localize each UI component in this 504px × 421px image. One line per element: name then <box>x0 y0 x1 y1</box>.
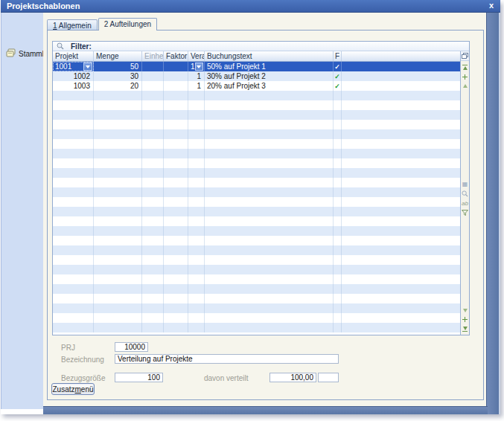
cell-fill[interactable] <box>342 294 460 303</box>
cell-projekt[interactable]: 1001 <box>53 62 94 71</box>
cell-einheit[interactable] <box>142 100 164 110</box>
table-row-empty[interactable] <box>53 303 460 313</box>
table-row-empty[interactable] <box>53 120 460 129</box>
cell-vera[interactable] <box>188 100 205 110</box>
cell-fill[interactable] <box>342 255 460 265</box>
cell-menge[interactable] <box>94 216 142 226</box>
cell-faktor[interactable] <box>164 303 188 313</box>
cell-fill[interactable] <box>342 158 460 168</box>
cell-menge[interactable] <box>94 100 142 110</box>
cell-vera[interactable]: 1 <box>188 71 205 81</box>
cell-fill[interactable] <box>342 149 460 158</box>
cell-buchungstext[interactable] <box>205 207 334 216</box>
cell-faktor[interactable] <box>164 71 188 81</box>
cell-projekt[interactable] <box>53 294 94 303</box>
cell-faktor[interactable] <box>164 226 188 236</box>
cell-einheit[interactable] <box>142 81 164 91</box>
cell-buchungstext[interactable] <box>205 255 334 265</box>
cell-vera[interactable] <box>188 207 205 216</box>
column-header-buchungstext[interactable]: Buchungstext <box>205 51 334 61</box>
cell-vera[interactable]: 1 <box>188 62 205 71</box>
cell-fill[interactable] <box>342 91 460 100</box>
cell-fill[interactable] <box>342 178 460 187</box>
cell-einheit[interactable] <box>142 129 164 139</box>
cell-faktor[interactable] <box>164 216 188 226</box>
cell-einheit[interactable] <box>142 110 164 120</box>
cell-faktor[interactable] <box>164 197 188 207</box>
table-row-empty[interactable] <box>53 110 460 120</box>
cell-projekt[interactable]: 1002 <box>53 71 94 81</box>
table-row-empty[interactable] <box>53 139 460 149</box>
table-row-empty[interactable] <box>53 207 460 216</box>
plus-icon[interactable] <box>462 74 468 80</box>
cell-vera[interactable] <box>188 187 205 197</box>
cell-projekt[interactable] <box>53 168 94 178</box>
cell-f[interactable] <box>334 284 342 294</box>
cell-faktor[interactable] <box>164 178 188 187</box>
cell-buchungstext[interactable] <box>205 245 334 255</box>
cell-f[interactable] <box>334 313 342 323</box>
cell-faktor[interactable] <box>164 313 188 323</box>
cell-vera[interactable] <box>188 303 205 313</box>
cell-projekt[interactable] <box>53 284 94 294</box>
table-row-empty[interactable] <box>53 149 460 158</box>
cell-faktor[interactable] <box>164 274 188 284</box>
dropdown-button[interactable] <box>83 62 92 71</box>
search-icon[interactable] <box>462 190 468 197</box>
cell-einheit[interactable] <box>142 313 164 323</box>
prj-field[interactable] <box>115 342 148 352</box>
cell-fill[interactable] <box>342 236 460 245</box>
cell-einheit[interactable] <box>142 187 164 197</box>
cell-einheit[interactable] <box>142 294 164 303</box>
cell-f[interactable] <box>334 139 342 149</box>
cell-f[interactable] <box>334 149 342 158</box>
cell-menge[interactable] <box>94 91 142 100</box>
cell-fill[interactable] <box>342 100 460 110</box>
cell-buchungstext[interactable] <box>205 274 334 284</box>
cell-fill[interactable] <box>342 303 460 313</box>
table-row-empty[interactable] <box>53 274 460 284</box>
table-row[interactable]: 100320120% auf Projekt 3✓ <box>53 81 460 91</box>
cell-faktor[interactable] <box>164 110 188 120</box>
cell-einheit[interactable] <box>142 158 164 168</box>
cell-buchungstext[interactable] <box>205 197 334 207</box>
column-header-vera[interactable]: Vera <box>188 51 205 61</box>
cell-f[interactable] <box>334 158 342 168</box>
cell-einheit[interactable] <box>142 120 164 129</box>
zusatzmenu-button[interactable]: Zusatzmenü <box>51 383 95 395</box>
cell-einheit[interactable] <box>142 265 164 274</box>
cell-fill[interactable] <box>342 313 460 323</box>
cell-fill[interactable] <box>342 71 460 81</box>
cell-menge[interactable] <box>94 245 142 255</box>
table-row-empty[interactable] <box>53 197 460 207</box>
table-row-empty[interactable] <box>53 187 460 197</box>
cell-buchungstext[interactable] <box>205 187 334 197</box>
cell-f[interactable] <box>334 120 342 129</box>
cell-projekt[interactable] <box>53 110 94 120</box>
cell-buchungstext[interactable] <box>205 323 334 332</box>
cell-einheit[interactable] <box>142 197 164 207</box>
cell-buchungstext[interactable]: 20% auf Projekt 3 <box>205 81 334 91</box>
cell-vera[interactable] <box>188 294 205 303</box>
cell-fill[interactable] <box>342 207 460 216</box>
cell-buchungstext[interactable] <box>205 110 334 120</box>
cell-fill[interactable] <box>342 81 460 91</box>
davon-verteilt-field[interactable] <box>269 373 316 382</box>
cell-f[interactable] <box>334 216 342 226</box>
cell-faktor[interactable] <box>164 265 188 274</box>
arrow-up-icon[interactable] <box>463 84 468 88</box>
cell-buchungstext[interactable] <box>205 139 334 149</box>
cell-projekt[interactable] <box>53 91 94 100</box>
cell-fill[interactable] <box>342 168 460 178</box>
cell-vera[interactable] <box>188 168 205 178</box>
cell-menge[interactable] <box>94 110 142 120</box>
cell-f[interactable] <box>334 323 342 332</box>
plus-icon[interactable] <box>462 317 468 322</box>
cell-vera[interactable] <box>188 197 205 207</box>
column-chooser-button[interactable] <box>461 51 469 61</box>
cell-fill[interactable] <box>342 274 460 284</box>
cell-menge[interactable] <box>94 178 142 187</box>
cell-faktor[interactable] <box>164 323 188 332</box>
cell-faktor[interactable] <box>164 255 188 265</box>
cell-projekt[interactable] <box>53 274 94 284</box>
